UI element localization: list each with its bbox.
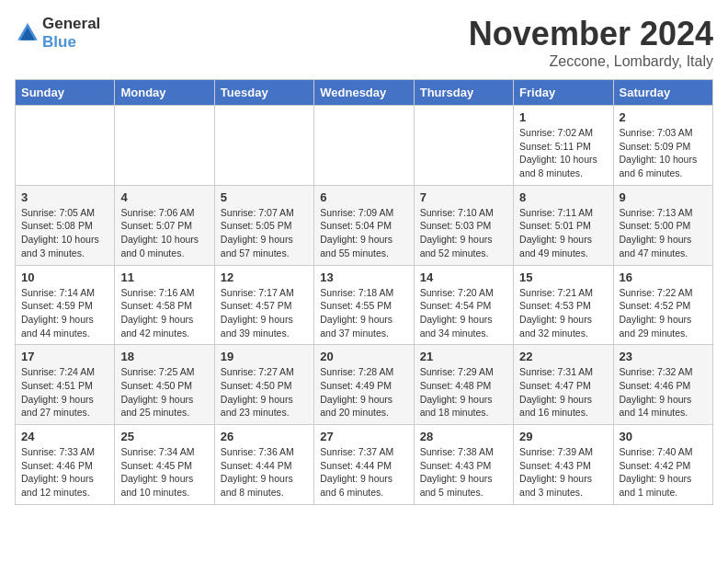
calendar-cell: 26Sunrise: 7:36 AM Sunset: 4:44 PM Dayli… bbox=[214, 425, 313, 505]
day-number: 8 bbox=[519, 190, 607, 204]
day-number: 15 bbox=[519, 270, 607, 284]
day-number: 17 bbox=[21, 350, 108, 363]
day-number: 2 bbox=[620, 110, 707, 124]
day-number: 30 bbox=[620, 430, 707, 443]
day-number: 5 bbox=[221, 190, 308, 204]
calendar-week-row: 17Sunrise: 7:24 AM Sunset: 4:51 PM Dayli… bbox=[16, 345, 713, 425]
calendar-cell: 22Sunrise: 7:31 AM Sunset: 4:47 PM Dayli… bbox=[514, 345, 613, 425]
day-number: 26 bbox=[221, 430, 308, 443]
calendar-cell: 11Sunrise: 7:16 AM Sunset: 4:58 PM Dayli… bbox=[115, 265, 214, 345]
day-info: Sunrise: 7:38 AM Sunset: 4:43 PM Dayligh… bbox=[420, 445, 507, 500]
calendar-cell bbox=[16, 106, 115, 186]
calendar-cell: 28Sunrise: 7:38 AM Sunset: 4:43 PM Dayli… bbox=[414, 425, 513, 505]
weekday-header-wednesday: Wednesday bbox=[314, 80, 414, 106]
weekday-header-monday: Monday bbox=[115, 80, 214, 106]
calendar-cell: 3Sunrise: 7:05 AM Sunset: 5:08 PM Daylig… bbox=[16, 185, 115, 265]
calendar-week-row: 3Sunrise: 7:05 AM Sunset: 5:08 PM Daylig… bbox=[16, 185, 713, 265]
day-number: 9 bbox=[620, 190, 707, 204]
calendar-cell: 16Sunrise: 7:22 AM Sunset: 4:52 PM Dayli… bbox=[613, 265, 712, 345]
day-info: Sunrise: 7:32 AM Sunset: 4:46 PM Dayligh… bbox=[620, 365, 707, 419]
calendar-cell bbox=[314, 106, 414, 186]
day-number: 20 bbox=[320, 350, 407, 363]
day-number: 23 bbox=[620, 350, 707, 363]
calendar-week-row: 10Sunrise: 7:14 AM Sunset: 4:59 PM Dayli… bbox=[16, 265, 713, 345]
calendar-cell: 4Sunrise: 7:06 AM Sunset: 5:07 PM Daylig… bbox=[115, 185, 214, 265]
calendar-cell: 17Sunrise: 7:24 AM Sunset: 4:51 PM Dayli… bbox=[16, 345, 115, 425]
calendar-cell: 8Sunrise: 7:11 AM Sunset: 5:01 PM Daylig… bbox=[514, 185, 613, 265]
calendar-cell: 24Sunrise: 7:33 AM Sunset: 4:46 PM Dayli… bbox=[16, 425, 115, 505]
day-info: Sunrise: 7:18 AM Sunset: 4:55 PM Dayligh… bbox=[320, 286, 407, 340]
weekday-header-thursday: Thursday bbox=[414, 80, 513, 106]
day-info: Sunrise: 7:07 AM Sunset: 5:05 PM Dayligh… bbox=[221, 206, 308, 260]
calendar-cell: 7Sunrise: 7:10 AM Sunset: 5:03 PM Daylig… bbox=[414, 185, 513, 265]
day-number: 6 bbox=[320, 190, 407, 204]
calendar-cell: 23Sunrise: 7:32 AM Sunset: 4:46 PM Dayli… bbox=[613, 345, 712, 425]
title-area: November 2024 Zeccone, Lombardy, Italy bbox=[469, 15, 713, 70]
day-info: Sunrise: 7:28 AM Sunset: 4:49 PM Dayligh… bbox=[320, 365, 407, 419]
day-number: 29 bbox=[519, 430, 607, 443]
day-number: 27 bbox=[320, 430, 407, 443]
day-info: Sunrise: 7:33 AM Sunset: 4:46 PM Dayligh… bbox=[21, 445, 108, 500]
day-info: Sunrise: 7:11 AM Sunset: 5:01 PM Dayligh… bbox=[519, 206, 607, 260]
day-info: Sunrise: 7:36 AM Sunset: 4:44 PM Dayligh… bbox=[221, 445, 308, 500]
calendar-cell: 25Sunrise: 7:34 AM Sunset: 4:45 PM Dayli… bbox=[115, 425, 214, 505]
day-info: Sunrise: 7:39 AM Sunset: 4:43 PM Dayligh… bbox=[519, 445, 607, 500]
day-info: Sunrise: 7:02 AM Sunset: 5:11 PM Dayligh… bbox=[519, 126, 607, 180]
logo: General Blue bbox=[15, 15, 100, 52]
calendar-cell: 18Sunrise: 7:25 AM Sunset: 4:50 PM Dayli… bbox=[115, 345, 214, 425]
calendar-week-row: 1Sunrise: 7:02 AM Sunset: 5:11 PM Daylig… bbox=[16, 106, 713, 186]
day-number: 3 bbox=[21, 190, 108, 204]
day-number: 4 bbox=[120, 190, 208, 204]
page-header: General Blue November 2024 Zeccone, Lomb… bbox=[15, 15, 713, 70]
day-info: Sunrise: 7:31 AM Sunset: 4:47 PM Dayligh… bbox=[519, 365, 607, 419]
day-info: Sunrise: 7:13 AM Sunset: 5:00 PM Dayligh… bbox=[620, 206, 707, 260]
day-number: 24 bbox=[21, 430, 108, 443]
calendar-cell bbox=[115, 106, 214, 186]
day-info: Sunrise: 7:03 AM Sunset: 5:09 PM Dayligh… bbox=[620, 126, 707, 180]
calendar-cell: 2Sunrise: 7:03 AM Sunset: 5:09 PM Daylig… bbox=[613, 106, 712, 186]
calendar-cell: 6Sunrise: 7:09 AM Sunset: 5:04 PM Daylig… bbox=[314, 185, 414, 265]
day-number: 22 bbox=[519, 350, 607, 363]
day-info: Sunrise: 7:05 AM Sunset: 5:08 PM Dayligh… bbox=[21, 206, 108, 260]
calendar-cell: 12Sunrise: 7:17 AM Sunset: 4:57 PM Dayli… bbox=[214, 265, 313, 345]
calendar-cell: 9Sunrise: 7:13 AM Sunset: 5:00 PM Daylig… bbox=[613, 185, 712, 265]
day-info: Sunrise: 7:34 AM Sunset: 4:45 PM Dayligh… bbox=[120, 445, 208, 500]
calendar-week-row: 24Sunrise: 7:33 AM Sunset: 4:46 PM Dayli… bbox=[16, 425, 713, 505]
day-number: 7 bbox=[420, 190, 507, 204]
calendar-cell: 27Sunrise: 7:37 AM Sunset: 4:44 PM Dayli… bbox=[314, 425, 414, 505]
day-info: Sunrise: 7:17 AM Sunset: 4:57 PM Dayligh… bbox=[221, 286, 308, 340]
calendar-cell: 14Sunrise: 7:20 AM Sunset: 4:54 PM Dayli… bbox=[414, 265, 513, 345]
day-number: 1 bbox=[519, 110, 607, 124]
day-info: Sunrise: 7:25 AM Sunset: 4:50 PM Dayligh… bbox=[120, 365, 208, 419]
weekday-header-saturday: Saturday bbox=[613, 80, 712, 106]
day-number: 21 bbox=[420, 350, 507, 363]
day-info: Sunrise: 7:16 AM Sunset: 4:58 PM Dayligh… bbox=[120, 286, 208, 340]
weekday-header-tuesday: Tuesday bbox=[214, 80, 313, 106]
calendar-cell: 10Sunrise: 7:14 AM Sunset: 4:59 PM Dayli… bbox=[16, 265, 115, 345]
day-number: 12 bbox=[221, 270, 308, 284]
day-info: Sunrise: 7:24 AM Sunset: 4:51 PM Dayligh… bbox=[21, 365, 108, 419]
day-info: Sunrise: 7:06 AM Sunset: 5:07 PM Dayligh… bbox=[120, 206, 208, 260]
day-info: Sunrise: 7:29 AM Sunset: 4:48 PM Dayligh… bbox=[420, 365, 507, 419]
calendar-cell bbox=[414, 106, 513, 186]
logo-general-text: General bbox=[42, 15, 100, 32]
day-info: Sunrise: 7:22 AM Sunset: 4:52 PM Dayligh… bbox=[620, 286, 707, 340]
weekday-header-row: SundayMondayTuesdayWednesdayThursdayFrid… bbox=[16, 80, 713, 106]
day-info: Sunrise: 7:10 AM Sunset: 5:03 PM Dayligh… bbox=[420, 206, 507, 260]
day-number: 13 bbox=[320, 270, 407, 284]
day-number: 28 bbox=[420, 430, 507, 443]
day-number: 11 bbox=[120, 270, 208, 284]
day-number: 25 bbox=[120, 430, 208, 443]
location-title: Zeccone, Lombardy, Italy bbox=[469, 53, 713, 70]
day-number: 14 bbox=[420, 270, 507, 284]
day-number: 16 bbox=[620, 270, 707, 284]
day-number: 10 bbox=[21, 270, 108, 284]
day-info: Sunrise: 7:14 AM Sunset: 4:59 PM Dayligh… bbox=[21, 286, 108, 340]
calendar-cell: 29Sunrise: 7:39 AM Sunset: 4:43 PM Dayli… bbox=[514, 425, 613, 505]
logo-blue-text: Blue bbox=[42, 33, 76, 51]
weekday-header-sunday: Sunday bbox=[16, 80, 115, 106]
day-info: Sunrise: 7:27 AM Sunset: 4:50 PM Dayligh… bbox=[221, 365, 308, 419]
calendar-cell: 13Sunrise: 7:18 AM Sunset: 4:55 PM Dayli… bbox=[314, 265, 414, 345]
calendar-table: SundayMondayTuesdayWednesdayThursdayFrid… bbox=[15, 79, 713, 505]
day-info: Sunrise: 7:20 AM Sunset: 4:54 PM Dayligh… bbox=[420, 286, 507, 340]
